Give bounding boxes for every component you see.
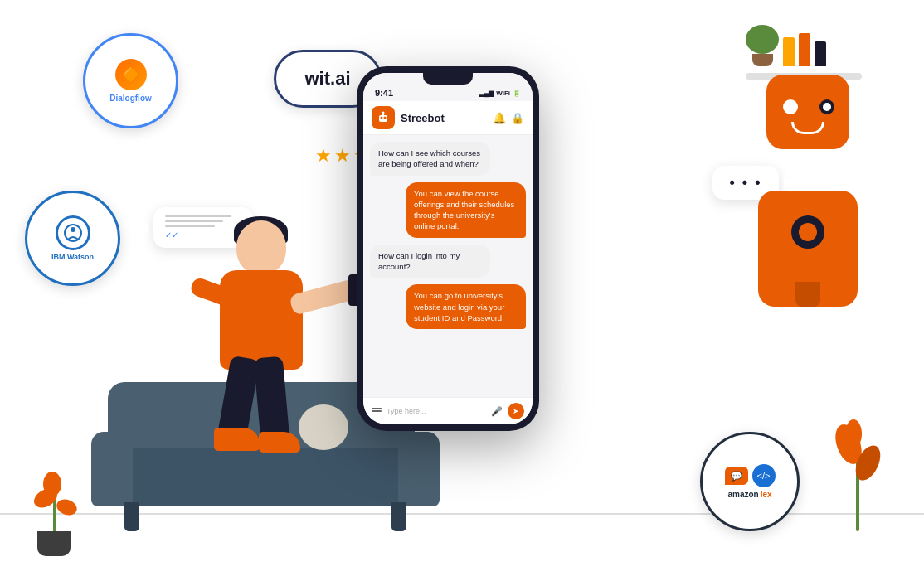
amazon-chat-icon: 💬 (725, 467, 748, 485)
person-head (236, 220, 286, 274)
shield-icon[interactable]: 🔒 (511, 112, 524, 124)
ibm-watson-label: IBM Watson (51, 253, 94, 261)
plant-top (746, 25, 779, 66)
message-2: You can view the course offerings and th… (406, 182, 526, 238)
plant-left (25, 465, 83, 556)
bubble-line-1 (165, 215, 231, 217)
phone-inner: 9:41 ▂▄▆ WiFi 🔋 (363, 73, 533, 424)
amazon-icons-row: 💬 </> (725, 464, 776, 487)
bell-icon[interactable]: 🔔 (493, 112, 506, 124)
dialogflow-label: Dialogflow (109, 94, 152, 104)
robot-area (733, 75, 883, 323)
send-button[interactable]: ➤ (508, 403, 524, 419)
amazon-lex-badge: 💬 </> amazon lex (700, 432, 800, 531)
robot-body (758, 191, 858, 307)
chat-header-icons: 🔔 🔒 (493, 112, 524, 124)
robot-arm-left (756, 219, 789, 246)
plant-pot-left (37, 531, 71, 556)
scene: 🔶 Dialogflow wit.ai IBM Watson ✓✓ • • • … (0, 0, 924, 581)
svg-point-1 (71, 227, 75, 232)
chat-input-placeholder[interactable]: Type here... (387, 407, 486, 415)
phone-container: 9:41 ▂▄▆ WiFi 🔋 (357, 66, 539, 431)
message-1: How can I see which courses are being of… (370, 142, 490, 176)
witai-text: wit.ai (304, 68, 350, 90)
sofa-seat (100, 448, 423, 506)
robot-chest-inner (799, 223, 817, 241)
svg-point-4 (384, 117, 387, 119)
robot-eye-dot (823, 103, 831, 111)
status-icons: ▂▄▆ WiFi 🔋 (479, 90, 521, 97)
chat-header: Streebot 🔔 🔒 (363, 101, 533, 135)
amazon-badge-inner: 💬 </> amazon lex (725, 464, 776, 499)
message-4: You can go to university's website and l… (406, 284, 526, 329)
person-shoe-right (259, 432, 300, 453)
svg-point-6 (382, 112, 385, 114)
amazon-label-row: amazon lex (727, 490, 771, 499)
robot-eye-left (783, 99, 798, 114)
book-2 (815, 41, 826, 66)
plant-right (833, 415, 883, 531)
phone-outer: 9:41 ▂▄▆ WiFi 🔋 (357, 66, 539, 431)
plant-leaves (746, 25, 779, 54)
person-shoe-left (214, 428, 260, 451)
chat-input-bar: Type here... 🎤 ➤ (363, 397, 533, 424)
person-body (220, 270, 303, 370)
plant-leaf-2 (55, 496, 80, 517)
sofa-leg-left (124, 502, 139, 531)
robot-eye-right (819, 99, 834, 114)
bot-name: Streebot (401, 112, 493, 124)
status-time: 9:41 (375, 88, 393, 98)
ibm-watson-icon (56, 215, 90, 250)
plant-pot (752, 54, 773, 66)
person (182, 220, 348, 453)
svg-rect-2 (379, 115, 387, 122)
plant-leaf-r3 (845, 419, 862, 448)
amazon-code-icon: </> (752, 464, 776, 487)
message-3: How can I login into my account? (370, 245, 490, 278)
plant-leaf-3 (43, 472, 61, 496)
star-1: ★ (315, 145, 332, 167)
star-2: ★ (334, 145, 351, 167)
amazon-label: amazon (727, 490, 758, 499)
book-1 (799, 33, 810, 66)
robot-leg-right (802, 282, 820, 307)
bot-avatar (372, 106, 395, 129)
sofa-leg-right (391, 502, 406, 531)
wifi-icon: WiFi (496, 90, 510, 97)
book-3 (783, 37, 795, 66)
sofa-arm-left (91, 432, 133, 506)
sofa-arm-right (398, 432, 440, 506)
voice-icon[interactable]: 🎤 (491, 406, 503, 417)
dialogflow-badge: 🔶 Dialogflow (83, 33, 178, 128)
robot-head (766, 75, 849, 149)
robot-mouth (791, 122, 824, 134)
phone-notch (423, 73, 473, 85)
chat-messages: How can I see which courses are being of… (363, 135, 533, 397)
battery-icon: 🔋 (513, 90, 521, 97)
shelf-items (746, 25, 862, 66)
amazon-lex-label: lex (761, 490, 772, 499)
signal-icon: ▂▄▆ (479, 90, 494, 97)
robot-chest (791, 215, 824, 249)
svg-point-3 (381, 117, 383, 119)
dialogflow-icon: 🔶 (115, 59, 147, 90)
hamburger-menu[interactable] (372, 408, 382, 415)
